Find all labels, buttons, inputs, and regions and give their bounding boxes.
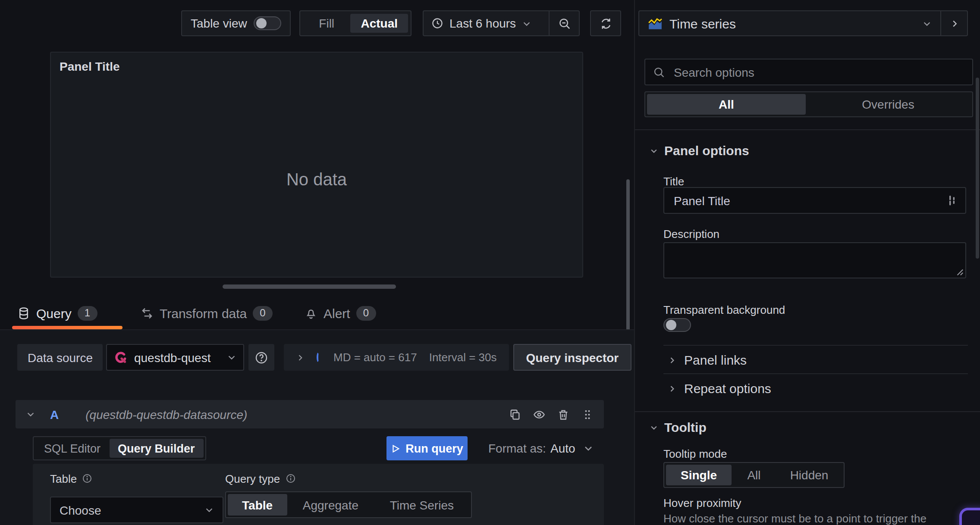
table-view-control[interactable]: Table view (181, 10, 291, 36)
hide-response-eye-icon[interactable] (533, 408, 545, 420)
table-label-text: Table (50, 472, 77, 485)
toggle-knob (256, 18, 267, 28)
tab-query-count: 1 (78, 306, 97, 320)
options-search-input[interactable] (672, 64, 964, 80)
datasource-picker[interactable]: questdb-quest (107, 344, 245, 371)
transparent-bg-toggle[interactable] (663, 318, 691, 332)
options-search (644, 59, 973, 85)
panel-links-label: Panel links (684, 353, 747, 367)
zoom-out-button[interactable] (550, 11, 579, 35)
query-options-summary[interactable]: MD = auto = 617 Interval = 30s (284, 344, 509, 371)
filter-tab-overrides[interactable]: Overrides (806, 94, 971, 115)
tooltip-mode-all[interactable]: All (732, 465, 776, 485)
angle-right-icon (668, 384, 676, 393)
query-row-header[interactable]: A (questdb-questdb-datasource) (16, 400, 604, 428)
datasource-help-button[interactable] (249, 344, 275, 371)
zoom-out-icon (558, 17, 571, 30)
tab-query-label: Query (36, 306, 72, 320)
duplicate-query-icon[interactable] (509, 408, 521, 420)
chevron-down-icon (650, 423, 658, 431)
time-range-button[interactable]: Last 6 hours (424, 11, 549, 35)
resize-grip-icon[interactable] (956, 268, 964, 276)
query-type-switch: Table Aggregate Time Series (225, 491, 472, 518)
divider (635, 129, 980, 130)
repeat-options-label: Repeat options (684, 381, 771, 396)
editor-mode-switch: SQL Editor Query Builder (33, 436, 206, 460)
interval-summary: Interval = 30s (429, 351, 497, 364)
info-circle-icon (82, 473, 92, 484)
tab-query[interactable]: Query 1 (17, 300, 97, 326)
search-icon (653, 66, 665, 78)
description-textarea[interactable] (663, 242, 966, 278)
datasource-bar: Data source questdb-quest (17, 344, 631, 371)
actual-option[interactable]: Actual (350, 14, 408, 33)
chevron-down-icon[interactable] (26, 409, 35, 419)
query-type-time-series[interactable]: Time Series (374, 494, 469, 516)
chevron-down-icon[interactable] (583, 443, 594, 453)
table-view-label: Table view (191, 16, 247, 30)
no-data-message: No data (51, 170, 582, 190)
chevron-down-icon (204, 505, 214, 515)
panel-title-input[interactable] (672, 193, 946, 208)
angle-right-icon (668, 356, 676, 364)
tab-alert[interactable]: Alert 0 (305, 300, 376, 326)
panel-options-header-label: Panel options (664, 143, 749, 158)
panel-links-section[interactable]: Panel links (668, 353, 747, 367)
horizontal-scrollbar[interactable] (223, 284, 396, 289)
editor-tabs: Query 1 Transform data 0 Alert 0 (0, 300, 634, 329)
run-query-button[interactable]: Run query (386, 436, 468, 460)
collapse-pane-button[interactable] (940, 11, 967, 35)
panel-options-header[interactable]: Panel options (650, 143, 749, 158)
grafana-panel-editor: Table view Fill Actual Last 6 hours (0, 0, 980, 525)
query-type-table[interactable]: Table (228, 494, 287, 516)
query-type-aggregate[interactable]: Aggregate (287, 494, 374, 516)
tooltip-mode-single[interactable]: Single (666, 465, 732, 485)
clock-icon (431, 17, 443, 29)
database-icon (17, 306, 30, 319)
questdb-logo-icon (114, 350, 128, 364)
repeat-options-section[interactable]: Repeat options (668, 381, 771, 396)
tab-alert-label: Alert (324, 306, 350, 320)
query-type-label: Query type (225, 471, 472, 486)
drag-handle-icon[interactable] (581, 408, 594, 420)
format-as-value[interactable]: Auto (550, 441, 575, 455)
visualization-picker-button[interactable]: Time series (639, 11, 940, 35)
chevron-down-icon (922, 19, 932, 28)
tab-transform-data[interactable]: Transform data 0 (141, 300, 273, 326)
angle-right-icon (949, 19, 959, 28)
divider (663, 345, 968, 346)
toggle-knob (666, 320, 676, 330)
suggestions-icon[interactable] (946, 195, 958, 206)
table-field-label: Table (50, 471, 92, 486)
description-field-label: Description (663, 228, 719, 241)
format-as-label: Format as: (488, 441, 546, 455)
max-data-points-summary: MD = auto = 617 (333, 351, 417, 364)
table-view-toggle[interactable] (254, 16, 281, 30)
datasource-value: questdb-quest (134, 350, 221, 364)
refresh-button[interactable] (590, 10, 621, 36)
query-builder-option[interactable]: Query Builder (109, 439, 204, 458)
tooltip-mode-hidden[interactable]: Hidden (776, 465, 842, 485)
query-section: Data source questdb-quest (0, 330, 634, 525)
filter-tab-all[interactable]: All (647, 94, 806, 115)
time-range-label: Last 6 hours (449, 16, 516, 30)
help-bubble-fragment[interactable] (959, 508, 980, 525)
table-select[interactable]: Choose (50, 497, 223, 523)
angle-right-icon (296, 353, 305, 362)
info-circle-icon (285, 473, 295, 484)
tooltip-mode-label: Tooltip mode (663, 447, 727, 460)
divider (635, 411, 980, 412)
chevron-down-icon (650, 146, 658, 155)
query-inspector-button[interactable]: Query inspector (513, 344, 631, 371)
title-input-wrap (663, 187, 966, 214)
visualization-picker: Time series (638, 10, 968, 36)
transparent-bg-label: Transparent background (663, 303, 785, 316)
options-scrollbar[interactable] (976, 78, 979, 259)
refresh-icon (599, 17, 612, 30)
fill-option[interactable]: Fill (303, 14, 350, 33)
sql-editor-option[interactable]: SQL Editor (35, 439, 109, 458)
tooltip-header[interactable]: Tooltip (650, 420, 707, 434)
delete-query-trash-icon[interactable] (557, 408, 569, 420)
query-type-label-text: Query type (225, 472, 280, 485)
panel-preview: Panel Title No data (50, 52, 583, 278)
